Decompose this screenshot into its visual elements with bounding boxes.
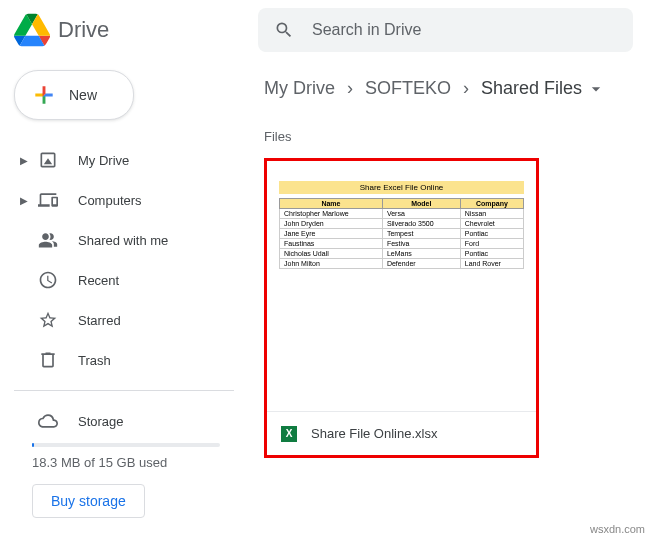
breadcrumb: My Drive › SOFTEKO › Shared Files	[264, 78, 633, 99]
sidebar-item-mydrive[interactable]: ▶ My Drive	[14, 140, 234, 180]
recent-icon	[36, 268, 60, 292]
chevron-right-icon: ›	[463, 78, 469, 99]
sidebar-item-computers[interactable]: ▶ Computers	[14, 180, 234, 220]
sidebar-item-trash[interactable]: Trash	[14, 340, 234, 380]
plus-icon	[31, 82, 57, 108]
breadcrumb-current[interactable]: Shared Files	[481, 78, 606, 99]
new-button-label: New	[69, 87, 97, 103]
file-footer: X Share File Online.xlsx	[267, 411, 536, 455]
sidebar-item-label: Trash	[78, 353, 111, 368]
sidebar-item-label: Recent	[78, 273, 119, 288]
chevron-right-icon: ›	[347, 78, 353, 99]
star-icon	[36, 308, 60, 332]
search-bar[interactable]	[258, 8, 633, 52]
sidebar: New ▶ My Drive ▶ Computers Shared with m…	[0, 60, 244, 518]
sidebar-item-label: Computers	[78, 193, 142, 208]
search-input[interactable]	[312, 21, 633, 39]
divider	[14, 390, 234, 391]
header: Drive	[0, 0, 653, 60]
sidebar-item-label: My Drive	[78, 153, 129, 168]
sidebar-item-label: Starred	[78, 313, 121, 328]
drive-logo-icon	[14, 12, 50, 48]
excel-icon: X	[281, 426, 297, 442]
breadcrumb-current-label: Shared Files	[481, 78, 582, 99]
storage-progress	[32, 443, 220, 447]
section-label: Files	[264, 129, 633, 144]
logo-area[interactable]: Drive	[14, 12, 258, 48]
sidebar-item-storage[interactable]: Storage	[14, 401, 234, 441]
chevron-right-icon: ▶	[18, 195, 30, 206]
sidebar-item-starred[interactable]: Starred	[14, 300, 234, 340]
chevron-down-icon	[586, 79, 606, 99]
buy-storage-button[interactable]: Buy storage	[32, 484, 145, 518]
search-icon	[274, 20, 294, 40]
sidebar-item-recent[interactable]: Recent	[14, 260, 234, 300]
storage-label: Storage	[78, 414, 124, 429]
breadcrumb-mydrive[interactable]: My Drive	[264, 78, 335, 99]
file-card[interactable]: Share Excel File Online NameModelCompany…	[264, 158, 539, 458]
trash-icon	[36, 348, 60, 372]
sidebar-item-shared[interactable]: Shared with me	[14, 220, 234, 260]
watermark: wsxdn.com	[590, 523, 645, 535]
app-name: Drive	[58, 17, 109, 43]
file-name: Share File Online.xlsx	[311, 426, 437, 441]
sidebar-item-label: Shared with me	[78, 233, 168, 248]
cloud-icon	[36, 409, 60, 433]
chevron-right-icon: ▶	[18, 155, 30, 166]
file-thumbnail: Share Excel File Online NameModelCompany…	[267, 161, 536, 269]
storage-usage-text: 18.3 MB of 15 GB used	[32, 455, 234, 470]
new-button[interactable]: New	[14, 70, 134, 120]
nav-list: ▶ My Drive ▶ Computers Shared with me Re…	[14, 140, 234, 380]
mydrive-icon	[36, 148, 60, 172]
shared-icon	[36, 228, 60, 252]
thumb-table: NameModelCompany Christopher MarloweVers…	[279, 198, 524, 269]
thumb-title: Share Excel File Online	[279, 181, 524, 194]
main-content: My Drive › SOFTEKO › Shared Files Files …	[244, 60, 653, 518]
breadcrumb-softeko[interactable]: SOFTEKO	[365, 78, 451, 99]
computers-icon	[36, 188, 60, 212]
